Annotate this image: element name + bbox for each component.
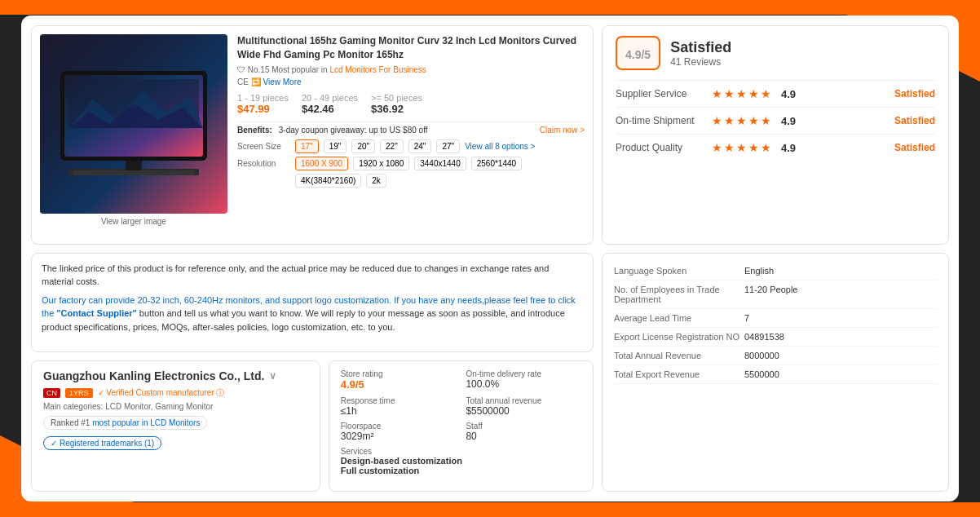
info-key-employees: No. of Employees in Trade Department <box>614 285 744 304</box>
star-q5: ★ <box>761 141 771 154</box>
store-dropdown-icon[interactable]: ∨ <box>269 370 276 382</box>
benefit-label: Benefits: <box>237 126 272 135</box>
trademark-badge: ✓ Registered trademarks (1) <box>43 436 161 450</box>
svg-rect-7 <box>73 170 195 175</box>
country-tag: CN <box>43 388 60 398</box>
res-btn-1600[interactable]: 1600 X 900 <box>295 157 348 170</box>
benefit-text: 3-day coupon giveaway: up to US $80 off <box>279 126 428 135</box>
price-range-3: >= 50 pieces <box>371 93 422 103</box>
size-btn-22[interactable]: 22" <box>380 139 404 153</box>
rating-header: 4.9/5 Satisfied 41 Reviews <box>616 36 935 70</box>
product-title: Multifunctional 165hz Gaming Monitor Cur… <box>237 34 585 62</box>
res-btn-1920[interactable]: 1920 x 1080 <box>353 157 409 170</box>
store-rating-stat: Store rating 4.9/5 <box>341 369 457 392</box>
res-btn-4k[interactable]: 4K(3840*2160) <box>295 174 361 188</box>
revenue-stat: Total annual revenue $5500000 <box>466 396 581 418</box>
star-q2: ★ <box>724 141 735 154</box>
notice-card: The linked price of this product is for … <box>31 253 594 352</box>
staff-label: Staff <box>466 422 581 431</box>
view-more-link[interactable]: View More <box>263 77 301 86</box>
view-all-sizes[interactable]: View all 8 options > <box>465 142 535 151</box>
staff-stat: Staff 80 <box>466 422 581 444</box>
product-rank: 🛡 No.15 Most popular in Lcd Monitors For… <box>237 65 585 74</box>
resolution-label: Resolution <box>237 159 290 168</box>
floor-stat: Floorspace 3029m² <box>341 422 457 444</box>
star-s3: ★ <box>736 114 747 127</box>
supplier-service-label: Supplier Service <box>616 88 705 99</box>
info-panel: Language Spoken English No. of Employees… <box>602 253 949 492</box>
info-row-employees: No. of Employees in Trade Department 11-… <box>614 281 937 309</box>
quality-stars: ★ ★ ★ ★ ★ <box>712 141 771 154</box>
price-range-2: 20 - 49 pieces <box>302 93 358 103</box>
res-btn-3440[interactable]: 3440x1440 <box>414 157 466 170</box>
view-larger-link[interactable]: View larger image <box>40 217 227 226</box>
contact-supplier-text: "Contact Supplier" <box>56 308 136 318</box>
info-val-total-rev: 8000000 <box>744 351 779 360</box>
product-info: Multifunctional 165hz Gaming Monitor Cur… <box>237 34 585 236</box>
price-val-3: $36.92 <box>371 103 422 115</box>
star-s5: ★ <box>761 114 771 127</box>
price-range-1: 1 - 19 pieces <box>237 93 289 103</box>
size-btn-17[interactable]: 17" <box>295 139 319 153</box>
info-val-employees: 11-20 People <box>744 285 797 304</box>
delivery-label: On-time delivery rate <box>466 369 581 378</box>
info-key-export-lic: Export License Registration NO <box>614 332 744 342</box>
info-val-language: English <box>744 266 774 276</box>
size-btn-27[interactable]: 27" <box>436 139 460 153</box>
price-val-1: $47.99 <box>237 103 289 115</box>
price-col-3: >= 50 pieces $36.92 <box>371 93 422 115</box>
star-s1: ★ <box>712 114 722 127</box>
rating-row-supplier: Supplier Service ★ ★ ★ ★ ★ 4.9 Satisfied <box>616 80 935 107</box>
rank-link[interactable]: Lcd Monitors For Business <box>329 65 426 74</box>
info-val-export-lic: 04891538 <box>744 332 784 342</box>
info-row-total-rev: Total Annual Revenue 8000000 <box>614 347 937 365</box>
product-image-wrap: View larger image <box>40 34 227 236</box>
res-btn-2560[interactable]: 2560*1440 <box>471 157 522 170</box>
res-btn-2k[interactable]: 2k <box>366 174 386 188</box>
star-2: ★ <box>724 87 735 100</box>
verified-tag: ✓ Verified Custom manufacturer ⓘ <box>98 387 225 399</box>
store-rating-val: 4.9/5 <box>341 378 457 391</box>
star-5: ★ <box>761 87 771 100</box>
shipment-label: On-time Shipment <box>616 115 705 126</box>
supplier-satisfied: Satisfied <box>894 88 935 99</box>
staff-val: 80 <box>466 431 581 442</box>
monitor-illustration <box>52 51 215 197</box>
benefit-row: Benefits: 3-day coupon giveaway: up to U… <box>237 122 585 135</box>
supplier-rating-num: 4.9 <box>781 88 796 100</box>
screen-size-row: Screen Size 17" 19" 20" 22" 24" 27" View… <box>237 139 585 153</box>
store-card: Guangzhou Kanling Electronics Co., Ltd. … <box>31 360 320 492</box>
star-q3: ★ <box>736 141 747 154</box>
info-row-lead: Average Lead Time 7 <box>614 309 937 328</box>
store-tags: CN 1YRS ✓ Verified Custom manufacturer ⓘ <box>43 387 308 399</box>
info-key-language: Language Spoken <box>614 266 744 276</box>
response-stat: Response time ≤1h <box>341 396 457 418</box>
rating-panel: 4.9/5 Satisfied 41 Reviews Supplier Serv… <box>602 25 949 245</box>
screen-size-label: Screen Size <box>237 142 290 151</box>
services-stat: Services Design-based customization Full… <box>341 447 581 477</box>
size-btn-24[interactable]: 24" <box>408 139 432 153</box>
claim-link[interactable]: Claim now > <box>540 126 585 135</box>
size-btn-19[interactable]: 19" <box>324 139 347 153</box>
star-q1: ★ <box>712 141 722 154</box>
store-cats: Main categories: LCD Monitor, Gaming Mon… <box>43 402 308 411</box>
info-val-lead: 7 <box>744 313 749 323</box>
delivery-stat: On-time delivery rate 100.0% <box>466 369 581 392</box>
info-row-language: Language Spoken English <box>614 262 937 281</box>
response-val: ≤1h <box>341 405 457 417</box>
shipment-satisfied: Satisfied <box>894 115 935 126</box>
info-row-export-rev: Total Export Revenue 5500000 <box>614 365 937 384</box>
quality-label: Product Quality <box>616 142 705 153</box>
services-label: Services <box>341 447 581 456</box>
rating-summary: Satisfied 41 Reviews <box>670 39 731 68</box>
store-rating-label: Store rating <box>341 369 457 378</box>
services-val2: Full customization <box>341 466 581 475</box>
star-s2: ★ <box>724 114 735 127</box>
main-container: View larger image Multifunctional 165hz … <box>21 15 959 502</box>
info-val-export-rev: 5500000 <box>744 369 779 379</box>
bottom-row: Guangzhou Kanling Electronics Co., Ltd. … <box>31 360 594 492</box>
star-3: ★ <box>736 87 747 100</box>
size-btn-20[interactable]: 20" <box>351 139 375 153</box>
store-badges: Ranked #1 most popular in LCD Monitors ✓… <box>43 416 308 450</box>
ranked-link[interactable]: most popular in LCD Monitors <box>92 418 200 427</box>
